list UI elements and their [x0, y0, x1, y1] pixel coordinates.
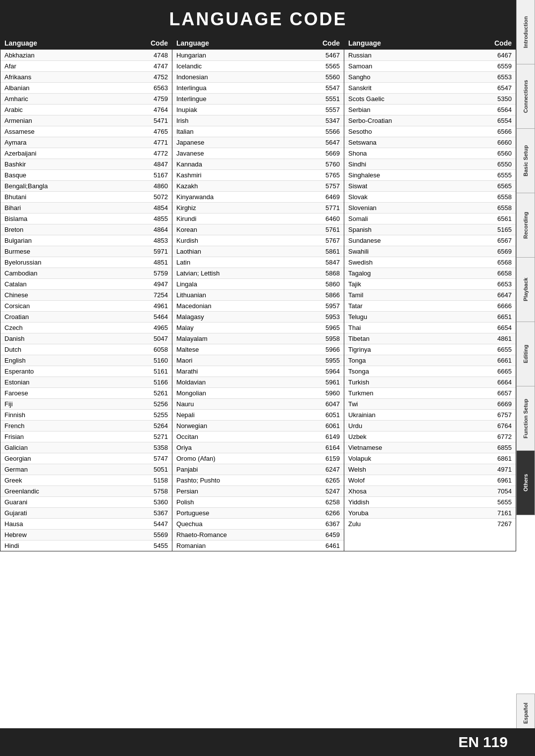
table-row: Setswana6660	[344, 137, 516, 148]
language-code: 5256	[142, 399, 172, 409]
sidebar-tab-connections[interactable]: Connections	[516, 64, 535, 129]
language-code: 5565	[314, 61, 344, 71]
language-code: 6164	[314, 442, 344, 453]
language-name: Chinese	[0, 290, 142, 300]
table-row: Malay5965	[172, 322, 344, 333]
language-name: Bihari	[0, 203, 142, 213]
language-code: 5960	[314, 388, 344, 398]
table-row: Persian5247	[172, 486, 344, 496]
language-name: Esperanto	[0, 366, 142, 377]
table-row: Thai6654	[344, 322, 516, 333]
table-row: Vietnamese6855	[344, 442, 516, 453]
table-row: Armenian5471	[0, 115, 172, 126]
language-name: Basque	[0, 170, 142, 180]
table-row: Bashkir4847	[0, 159, 172, 169]
language-name: Tamil	[344, 290, 486, 300]
language-code: 5771	[314, 203, 344, 213]
sidebar-tab-recording[interactable]: Recording	[516, 193, 535, 258]
table-row: Kannada5760	[172, 159, 344, 169]
language-name: Malay	[172, 323, 314, 333]
table-row: Serbo-Croatian6554	[344, 115, 516, 126]
language-name: Finnish	[0, 410, 142, 420]
table-row: Bengali;Bangla4860	[0, 180, 172, 191]
table-row: Tsonga6665	[344, 366, 516, 377]
table-row: Telugu6651	[344, 311, 516, 322]
language-code: 6467	[486, 50, 516, 60]
language-code: 4860	[142, 181, 172, 191]
language-name: Greenlandic	[0, 486, 142, 496]
language-name: Urdu	[344, 421, 486, 431]
language-name: Tsonga	[344, 366, 486, 377]
table-row: Turkish6664	[344, 377, 516, 387]
language-name: Somali	[344, 214, 486, 224]
language-code: 6061	[314, 421, 344, 431]
language-code: 5868	[314, 268, 344, 278]
language-code: 5566	[314, 126, 344, 137]
table-row: Marathi5964	[172, 366, 344, 377]
language-code: 5471	[142, 115, 172, 126]
table-row: Latvian; Lettish5868	[172, 268, 344, 278]
table-row: Moldavian5961	[172, 377, 344, 387]
table-row: Sindhi6550	[344, 159, 516, 169]
language-name: Persian	[172, 486, 314, 496]
language-code: 6647	[486, 290, 516, 300]
language-name: Panjabi	[172, 464, 314, 475]
language-code: 7267	[486, 519, 516, 529]
sidebar-tab-basic-setup[interactable]: Basic Setup	[516, 129, 535, 193]
language-code: 5350	[486, 94, 516, 104]
table-row: Irish5347	[172, 115, 344, 126]
sidebar-tab-playback[interactable]: Playback	[516, 258, 535, 322]
language-code: 5966	[314, 344, 344, 355]
language-code: 5166	[142, 377, 172, 387]
table-row: Twi6669	[344, 398, 516, 409]
language-name: Maori	[172, 355, 314, 366]
language-name: Kurdish	[172, 235, 314, 246]
table-row: Abkhazian4748	[0, 50, 172, 60]
language-name: Polish	[172, 497, 314, 507]
sidebar-tab-function-setup[interactable]: Function Setup	[516, 386, 535, 451]
language-code: 5861	[314, 246, 344, 257]
table-row: Basque5167	[0, 169, 172, 180]
language-code: 7054	[486, 486, 516, 496]
language-code: 5767	[314, 235, 344, 246]
table-row: Yoruba7161	[344, 507, 516, 518]
language-name: Cambodian	[0, 268, 142, 278]
language-name: Sundanese	[344, 235, 486, 246]
language-code: 6567	[486, 235, 516, 246]
language-name: Irish	[172, 115, 314, 126]
language-code: 5264	[142, 421, 172, 431]
table-row: Uzbek6772	[344, 431, 516, 442]
language-code: 4864	[142, 224, 172, 235]
table-row: German5051	[0, 464, 172, 475]
language-code: 5051	[142, 464, 172, 475]
table-row: Quechua6367	[172, 518, 344, 529]
table-row: Swahili6569	[344, 246, 516, 257]
table-row: Turkmen6657	[344, 387, 516, 398]
language-name: Javanese	[172, 148, 314, 159]
sidebar-tab-español[interactable]: Español	[516, 694, 535, 733]
language-name: Korean	[172, 224, 314, 235]
sidebar-tab-others[interactable]: Others	[516, 451, 535, 515]
table-row: Zulu7267	[344, 518, 516, 529]
language-name: Byelorussian	[0, 257, 142, 268]
language-code: 5547	[314, 83, 344, 93]
table-row: Romanian6461	[172, 540, 344, 551]
language-code: 4771	[142, 137, 172, 148]
language-code: 6149	[314, 432, 344, 442]
sidebar-tab-editing[interactable]: Editing	[516, 322, 535, 386]
language-name: Bhutani	[0, 192, 142, 202]
language-code: 4772	[142, 148, 172, 159]
language-name: Malagasy	[172, 312, 314, 322]
language-code: 7161	[486, 508, 516, 518]
language-name: Yoruba	[344, 508, 486, 518]
language-code: 4854	[142, 203, 172, 213]
language-code: 6555	[486, 170, 516, 180]
language-name: Georgian	[0, 453, 142, 464]
sidebar-tab-introduction[interactable]: Introduction	[516, 0, 535, 64]
language-name: Vietnamese	[344, 442, 486, 453]
language-name: Catalan	[0, 279, 142, 289]
language-code: 5557	[314, 105, 344, 115]
language-code: 5167	[142, 170, 172, 180]
language-name: Swahili	[344, 246, 486, 257]
table-row: Russian6467	[344, 50, 516, 60]
